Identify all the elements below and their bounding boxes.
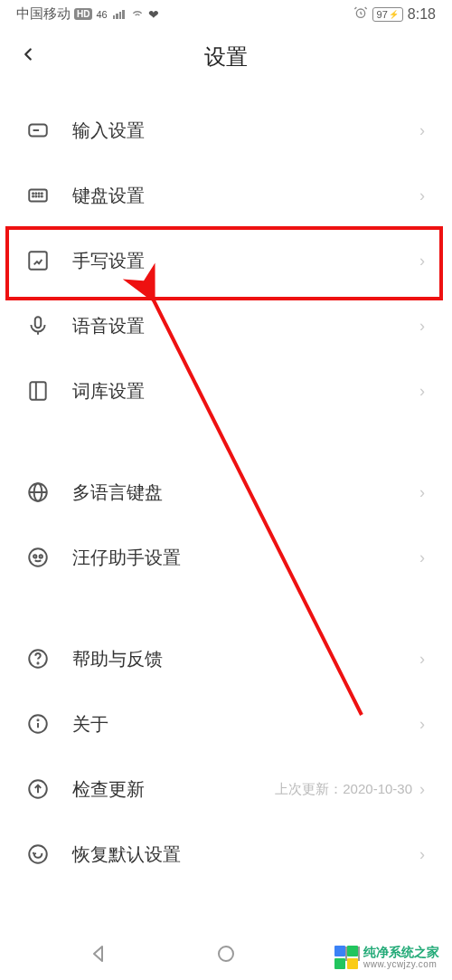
update-icon <box>25 776 51 802</box>
svg-point-5 <box>35 193 36 194</box>
chevron-right-icon: › <box>419 483 425 502</box>
item-multilang-keyboard[interactable]: 多语言键盘 › <box>0 460 452 525</box>
battery-indicator: 97⚡ <box>372 7 403 22</box>
chevron-right-icon: › <box>419 650 425 669</box>
item-label: 语音设置 <box>72 314 419 338</box>
nav-back-button[interactable] <box>87 941 112 966</box>
item-label: 恢复默认设置 <box>72 842 419 867</box>
item-check-update[interactable]: 检查更新 上次更新：2020-10-30 › <box>0 756 452 822</box>
chevron-right-icon: › <box>419 252 425 271</box>
settings-list: 输入设置 › 键盘设置 › 手写设置 › 语音设置 › 词库设置 › <box>0 98 452 887</box>
item-about[interactable]: 关于 › <box>0 691 452 756</box>
chevron-right-icon: › <box>419 186 425 205</box>
svg-rect-13 <box>35 317 42 328</box>
item-label: 键盘设置 <box>72 184 419 208</box>
chevron-right-icon: › <box>419 715 425 734</box>
reset-icon <box>25 842 51 867</box>
item-reset-defaults[interactable]: 恢复默认设置 › <box>0 822 452 887</box>
item-input-settings[interactable]: 输入设置 › <box>0 98 452 163</box>
input-icon <box>25 118 51 143</box>
item-label: 关于 <box>72 712 419 737</box>
watermark-url: www.ycwjzy.com <box>363 959 439 969</box>
svg-point-30 <box>219 947 233 961</box>
dict-icon <box>25 378 51 404</box>
handwrite-icon <box>25 248 51 273</box>
nav-home-button[interactable] <box>213 941 239 966</box>
item-label: 手写设置 <box>72 249 419 273</box>
net-label: 46 <box>96 9 107 20</box>
info-icon <box>25 711 51 737</box>
svg-point-26 <box>37 719 38 720</box>
svg-rect-14 <box>30 382 45 400</box>
wifi-icon <box>130 5 145 23</box>
svg-point-28 <box>29 845 47 863</box>
svg-point-19 <box>29 548 47 566</box>
item-label: 多语言键盘 <box>72 480 419 505</box>
mic-icon <box>25 313 51 338</box>
page-title: 设置 <box>204 43 248 71</box>
back-button[interactable] <box>18 43 45 71</box>
svg-point-9 <box>35 196 36 197</box>
svg-point-10 <box>39 196 40 197</box>
chevron-right-icon: › <box>419 121 425 140</box>
svg-point-23 <box>37 662 38 663</box>
heart-icon: ❤ <box>148 7 159 22</box>
watermark-title: 纯净系统之家 <box>363 946 439 959</box>
assistant-icon <box>25 545 51 570</box>
status-bar: 中国移动 HD 46 ❤ 97⚡ 8:18 <box>0 0 452 26</box>
item-assistant-settings[interactable]: 汪仔助手设置 › <box>0 525 452 590</box>
status-right: 97⚡ 8:18 <box>353 5 436 23</box>
svg-point-4 <box>33 193 33 194</box>
svg-point-11 <box>42 196 42 197</box>
watermark-logo-icon <box>334 946 358 969</box>
item-label: 汪仔助手设置 <box>72 546 419 570</box>
time-label: 8:18 <box>408 6 436 23</box>
svg-rect-12 <box>29 252 47 270</box>
hd-badge: HD <box>74 8 92 20</box>
item-label: 检查更新 <box>72 777 275 802</box>
svg-point-21 <box>40 555 42 557</box>
item-label: 帮助与反馈 <box>72 647 419 671</box>
alarm-icon <box>353 5 368 23</box>
item-help-feedback[interactable]: 帮助与反馈 › <box>0 626 452 691</box>
item-label: 输入设置 <box>72 119 419 143</box>
item-label: 词库设置 <box>72 379 419 404</box>
chevron-right-icon: › <box>419 780 425 799</box>
item-keyboard-settings[interactable]: 键盘设置 › <box>0 163 452 228</box>
svg-point-6 <box>39 193 40 194</box>
item-dictionary-settings[interactable]: 词库设置 › <box>0 358 452 423</box>
signal-icon <box>113 10 125 19</box>
status-left: 中国移动 HD 46 ❤ <box>16 5 159 23</box>
header: 设置 <box>0 26 452 98</box>
carrier-label: 中国移动 <box>16 5 71 23</box>
svg-rect-3 <box>29 190 47 202</box>
svg-point-20 <box>33 555 36 557</box>
svg-point-7 <box>42 193 42 194</box>
help-icon <box>25 646 51 671</box>
svg-point-8 <box>33 196 33 197</box>
item-sublabel: 上次更新：2020-10-30 <box>275 781 412 798</box>
chevron-right-icon: › <box>419 548 425 567</box>
watermark: 纯净系统之家 www.ycwjzy.com <box>334 946 439 969</box>
chevron-right-icon: › <box>419 382 425 401</box>
chevron-right-icon: › <box>419 845 425 864</box>
keyboard-icon <box>25 183 51 208</box>
item-voice-settings[interactable]: 语音设置 › <box>0 293 452 358</box>
globe-icon <box>25 480 51 505</box>
item-handwrite-settings[interactable]: 手写设置 › <box>0 228 452 293</box>
chevron-right-icon: › <box>419 317 425 336</box>
